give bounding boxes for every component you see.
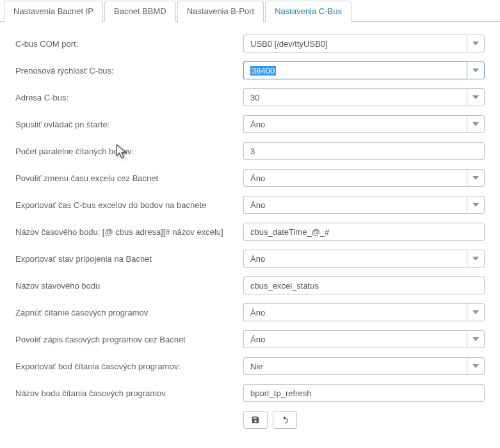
enable-tp-read-select[interactable]: Áno — [243, 303, 467, 321]
tab-cbus[interactable]: Nastavenia C-Bus — [265, 1, 351, 22]
tab-bar: Nastavenia Bacnet IP Bacnet BBMD Nastave… — [0, 0, 500, 22]
export-time-trigger[interactable] — [467, 196, 485, 214]
save-button[interactable] — [243, 411, 268, 429]
label-start-driver: Spustiť ovládač pri štarte: — [15, 120, 243, 129]
chevron-down-icon — [472, 42, 479, 45]
tab-bport[interactable]: Nastavenia B-Port — [177, 1, 264, 22]
export-time-select[interactable]: Áno — [243, 196, 467, 214]
chevron-down-icon — [472, 122, 479, 126]
parallel-input[interactable] — [243, 142, 485, 160]
addr-select[interactable]: 30 — [243, 88, 467, 106]
allow-tp-write-select[interactable]: Áno — [243, 330, 467, 348]
export-tp-read-select[interactable]: Nie — [243, 357, 467, 375]
chevron-down-icon — [472, 337, 479, 341]
com-port-trigger[interactable] — [467, 35, 485, 52]
label-baud: Prenosová rýchlosť C-bus: — [15, 66, 243, 76]
chevron-down-icon — [472, 310, 479, 314]
allow-tp-write-trigger[interactable] — [467, 330, 485, 348]
chevron-down-icon — [472, 364, 479, 368]
label-enable-tp-read: Zapnúť čítanie časových programov — [15, 308, 243, 317]
baud-select[interactable]: 38400 — [243, 61, 467, 79]
start-driver-select[interactable]: Áno — [243, 115, 467, 133]
label-allow-tp-write: Povoliť zápis časových programov cez Bac… — [15, 335, 243, 344]
chevron-down-icon — [472, 203, 479, 207]
label-parallel: Počet paralelne čítaných bodov: — [15, 147, 243, 156]
label-com-port: C-bus COM port: — [15, 39, 243, 49]
start-driver-trigger[interactable] — [467, 115, 485, 133]
baud-trigger[interactable] — [467, 61, 485, 79]
chevron-down-icon — [472, 68, 479, 72]
allow-time-select[interactable]: Áno — [243, 169, 467, 187]
export-conn-trigger[interactable] — [467, 250, 485, 268]
com-port-select[interactable]: USB0 [/dev/ttyUSB0] — [243, 35, 467, 52]
enable-tp-read-trigger[interactable] — [467, 303, 485, 321]
tab-bacnet-bbmd[interactable]: Bacnet BBMD — [104, 1, 176, 22]
reset-button[interactable] — [273, 411, 297, 429]
label-allow-time: Povoliť zmenu času excelu cez Bacnet — [15, 173, 243, 183]
chevron-down-icon — [472, 176, 479, 180]
allow-time-trigger[interactable] — [467, 169, 485, 187]
label-tp-point-name: Názov bodu čítania časových programov — [15, 388, 243, 398]
undo-icon — [280, 415, 289, 424]
tab-bacnet-ip[interactable]: Nastavenia Bacnet IP — [4, 1, 103, 22]
save-icon — [251, 415, 260, 424]
label-export-time: Exportovať čas C-bus excelov do bodov na… — [15, 200, 243, 210]
status-point-input[interactable] — [243, 276, 485, 294]
tp-point-name-input[interactable] — [243, 384, 485, 402]
time-point-name-input[interactable] — [243, 223, 485, 241]
chevron-down-icon — [472, 95, 479, 99]
label-export-conn: Exportovať stav pripojenia na Bacnet — [15, 254, 243, 264]
addr-trigger[interactable] — [467, 88, 485, 106]
cbus-settings-form: C-bus COM port: USB0 [/dev/ttyUSB0] Pren… — [0, 22, 500, 442]
chevron-down-icon — [472, 257, 479, 260]
label-export-tp-read: Exportovať bod čítania časových programo… — [15, 362, 243, 371]
label-addr: Adresa C-bus: — [15, 93, 243, 102]
label-status-point: Názov stavového bodu — [15, 281, 243, 291]
export-tp-read-trigger[interactable] — [467, 357, 485, 375]
label-time-point-name: Názov časového bodu: [@ cbus adresa][# n… — [15, 227, 243, 237]
export-conn-select[interactable]: Áno — [243, 250, 467, 268]
